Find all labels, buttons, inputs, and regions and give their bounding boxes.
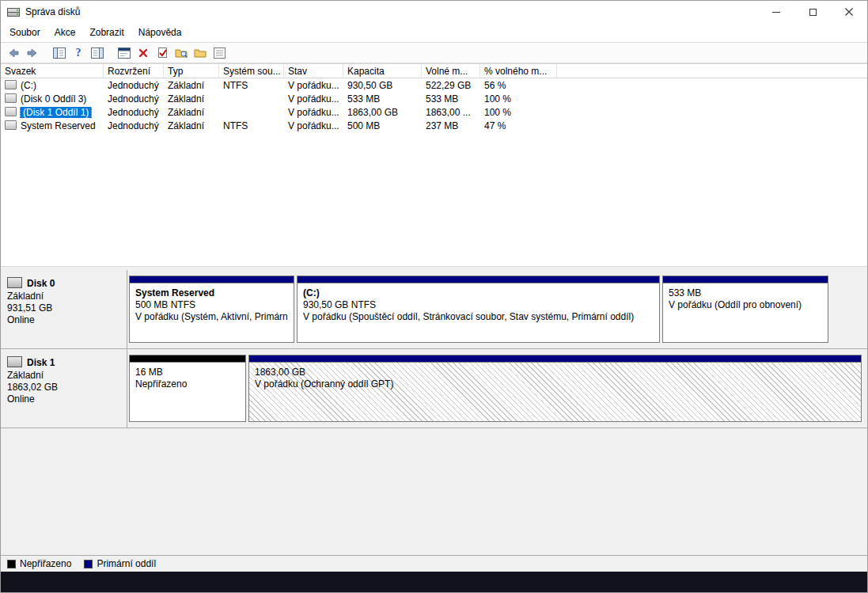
close-icon [845, 8, 853, 16]
disk-1-partitions: 16 MB Nepřiřazeno 1863,00 GB V pořádku (… [127, 349, 867, 428]
fields-icon [214, 48, 226, 59]
volume-filesystem: NTFS [219, 80, 284, 91]
toolbar: ? [1, 42, 867, 63]
column-header-volne-misto[interactable]: Volné m... [422, 64, 480, 78]
volume-type: Základní [164, 107, 219, 118]
partition-unallocated[interactable]: 16 MB Nepřiřazeno [129, 355, 246, 422]
volume-row-disk0-oddil3[interactable]: (Disk 0 Oddíl 3) Jednoduchý Základní V p… [1, 92, 867, 105]
menu-napoveda[interactable]: Nápověda [131, 25, 189, 40]
volume-capacity: 500 MB [343, 120, 422, 131]
window-title: Správa disků [25, 6, 80, 17]
disk-0-partitions: System Reserved 500 MB NTFS V pořádku (S… [127, 270, 867, 348]
column-header-svazek[interactable]: Svazek [1, 64, 104, 78]
disk-name: Disk 0 [27, 278, 55, 289]
volume-type: Základní [164, 80, 219, 91]
properties-icon [118, 48, 131, 59]
fields-button[interactable] [210, 44, 229, 62]
volume-capacity: 1863,00 GB [343, 107, 422, 118]
volume-layout: Jednoduchý [104, 80, 164, 91]
forward-button[interactable] [23, 44, 42, 62]
graphical-view: Disk 0 Základní 931,51 GB Online System … [1, 270, 867, 555]
folder-button[interactable] [191, 44, 210, 62]
volume-icon [5, 107, 17, 116]
partition-recovery[interactable]: 533 MB V pořádku (Oddíl pro obnovení) [662, 276, 828, 343]
menu-soubor[interactable]: Soubor [2, 25, 47, 40]
menu-zobrazit[interactable]: Zobrazit [82, 25, 131, 40]
legend-bar: Nepřiřazeno Primární oddíl [1, 555, 867, 572]
volume-row-system-reserved[interactable]: System Reserved Jednoduchý Základní NTFS… [1, 119, 867, 132]
help-icon: ? [76, 47, 81, 59]
menu-akce[interactable]: Akce [47, 25, 83, 40]
volume-name: (Disk 0 Oddíl 3) [21, 93, 86, 105]
minimize-button[interactable] [758, 1, 794, 23]
volume-free-percent: 56 % [480, 80, 557, 91]
partition-size: 1863,00 GB [255, 367, 855, 378]
partition-status: V pořádku (Ochranný oddíl GPT) [255, 378, 855, 390]
disk-0-header[interactable]: Disk 0 Základní 931,51 GB Online [1, 270, 127, 348]
volume-free: 533 MB [422, 93, 480, 105]
disk-size: 1863,02 GB [7, 382, 122, 393]
volume-status: V pořádku... [284, 107, 343, 118]
partition-status: V pořádku (Spouštěcí oddíl, Stránkovací … [303, 311, 654, 323]
delete-icon [138, 48, 149, 59]
show-console-tree-button[interactable] [50, 44, 69, 62]
disk-icon [7, 356, 22, 367]
column-header-kapacita[interactable]: Kapacita [343, 64, 422, 78]
column-header-rozvrzeni[interactable]: Rozvržení [104, 64, 164, 78]
close-button[interactable] [831, 1, 867, 23]
volume-layout: Jednoduchý [104, 107, 164, 118]
folder-icon [194, 48, 207, 59]
folder-search-button[interactable] [172, 44, 191, 62]
partition-gpt-protective-selected[interactable]: 1863,00 GB V pořádku (Ochranný oddíl GPT… [248, 355, 862, 422]
volume-row-c[interactable]: (C:) Jednoduchý Základní NTFS V pořádku.… [1, 78, 867, 92]
disk-1-header[interactable]: Disk 1 Základní 1863,02 GB Online [1, 349, 127, 428]
volume-row-disk1-oddil1-selected[interactable]: (Disk 1 Oddíl 1) Jednoduchý Základní V p… [1, 105, 867, 119]
disk-size: 931,51 GB [7, 302, 122, 314]
volume-icon [5, 80, 17, 89]
column-header-procento-volneho[interactable]: % volného m... [480, 64, 557, 78]
partition-size: 16 MB [135, 367, 240, 378]
partition-name: (C:) [303, 287, 654, 299]
disk-management-app-icon [7, 7, 20, 17]
properties-button[interactable] [115, 44, 134, 62]
volume-name: (C:) [21, 80, 36, 91]
show-console-tree-icon [53, 48, 66, 59]
back-button[interactable] [4, 44, 23, 62]
legend-item-primary-partition: Primární oddíl [84, 558, 156, 569]
title-bar: Správa disků [1, 1, 867, 23]
back-icon [7, 47, 20, 59]
column-header-stav[interactable]: Stav [284, 64, 343, 78]
volume-type: Základní [164, 93, 219, 105]
partition-c-drive[interactable]: (C:) 930,50 GB NTFS V pořádku (Spouštěcí… [297, 276, 660, 343]
partition-color-bar [249, 355, 861, 362]
taskbar-strip [1, 572, 867, 592]
maximize-button[interactable] [794, 1, 831, 23]
partition-status: V pořádku (Systém, Aktivní, Primární [135, 311, 288, 323]
help-button[interactable]: ? [69, 44, 88, 62]
partition-status: Nepřiřazeno [135, 378, 240, 390]
partition-system-reserved[interactable]: System Reserved 500 MB NTFS V pořádku (S… [129, 276, 294, 343]
partition-color-bar [130, 276, 294, 283]
volume-list: Svazek Rozvržení Typ Systém sou... Stav … [1, 63, 867, 266]
volume-layout: Jednoduchý [104, 93, 164, 105]
volume-layout: Jednoduchý [104, 120, 164, 131]
volume-status: V pořádku... [284, 80, 343, 91]
delete-volume-button[interactable] [134, 44, 153, 62]
show-action-pane-button[interactable] [88, 44, 107, 62]
mark-partition-active-button[interactable] [153, 44, 172, 62]
legend-label: Nepřiřazeno [20, 558, 71, 569]
volume-status: V pořádku... [284, 93, 343, 105]
volume-free-percent: 100 % [480, 93, 557, 105]
volume-free: 1863,00 ... [422, 107, 480, 118]
column-header-system-souboru[interactable]: Systém sou... [219, 64, 284, 78]
volume-icon [5, 93, 17, 103]
maximize-icon [809, 9, 817, 16]
partition-name: System Reserved [135, 287, 288, 299]
partition-size: 500 MB NTFS [135, 299, 288, 311]
volume-list-header: Svazek Rozvržení Typ Systém sou... Stav … [1, 63, 867, 78]
column-header-typ[interactable]: Typ [164, 64, 219, 78]
column-header-filler [557, 64, 867, 78]
window-controls [758, 1, 867, 23]
disk-name: Disk 1 [27, 357, 55, 368]
menu-bar: Soubor Akce Zobrazit Nápověda [1, 23, 867, 42]
